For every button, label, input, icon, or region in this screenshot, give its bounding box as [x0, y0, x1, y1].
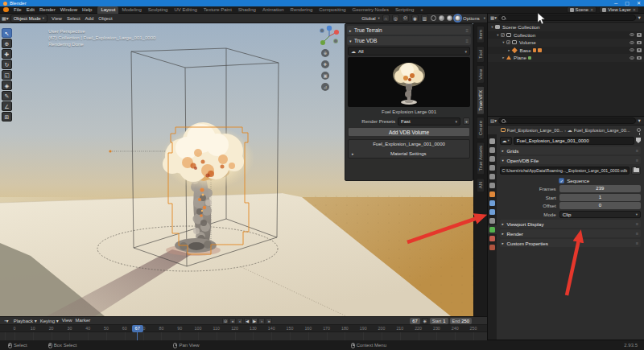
n-panel-tab-tool[interactable]: Tool — [477, 46, 485, 63]
hide-viewport-eye-icon[interactable] — [630, 33, 634, 36]
properties-editor-icon[interactable]: ▤▾ — [490, 118, 497, 123]
properties-tab-output[interactable] — [488, 154, 497, 163]
current-frame-field[interactable]: 67 — [410, 318, 419, 324]
disable-render-camera-icon[interactable] — [637, 56, 642, 60]
properties-tab-modifiers[interactable] — [488, 199, 497, 208]
viewport-menu-view[interactable]: View — [49, 16, 64, 21]
timeline-track[interactable] — [0, 332, 487, 340]
frame-start-field[interactable]: Start 1 — [430, 318, 448, 324]
play-reverse-button[interactable]: ◀ — [244, 318, 250, 324]
transform-orientation-dropdown[interactable]: Global — [361, 16, 375, 21]
fake-user-shield-icon[interactable] — [636, 138, 641, 143]
overlays-toggle-icon[interactable]: ◉ — [411, 14, 419, 22]
n-panel-tab-true-assets[interactable]: True Assets — [477, 142, 485, 175]
workspace-tab-geometry-nodes[interactable]: Geometry Nodes — [349, 6, 392, 14]
open-file-button[interactable] — [631, 167, 641, 175]
outliner-row-scene-collection[interactable]: ▾Scene Collection — [488, 23, 644, 31]
disable-render-camera-icon[interactable] — [637, 33, 642, 37]
mode-dropdown[interactable]: Clip ▾ — [559, 211, 641, 218]
maximize-button[interactable]: ▢ — [625, 0, 630, 6]
shading-wireframe-icon[interactable] — [431, 15, 436, 21]
workspace-tab-modeling[interactable]: Modeling — [118, 6, 144, 14]
outliner-row-collection[interactable]: ▾✓Collection — [488, 31, 644, 39]
next-keyframe-button[interactable]: › — [258, 318, 265, 324]
frame-end-field[interactable]: End 250 — [450, 318, 472, 324]
workspace-tab-rendering[interactable]: Rendering — [287, 6, 316, 14]
annotate-tool[interactable]: ✎ — [2, 91, 12, 101]
snap-magnet-icon[interactable]: ∩ — [382, 14, 390, 22]
breadcrumb-data[interactable]: Fuel_Explosion_Large_00... — [574, 128, 630, 133]
n-panel-tab-create[interactable]: Create — [477, 117, 485, 139]
menu-render[interactable]: Render — [37, 6, 58, 14]
keying-set-icon[interactable]: ◈ — [422, 318, 428, 324]
workspace-tab-texture-paint[interactable]: Texture Paint — [200, 6, 235, 14]
workspace-tab-sculpting[interactable]: Sculpting — [145, 6, 171, 14]
hide-viewport-eye-icon[interactable] — [630, 48, 634, 51]
viewport-menu-select[interactable]: Select — [64, 16, 83, 21]
render-preset-dropdown[interactable]: Fast ▾ — [398, 117, 460, 126]
menu-edit[interactable]: Edit — [24, 6, 37, 14]
gizmos-toggle-icon[interactable]: ⛭ — [402, 14, 409, 22]
collection-checkbox[interactable]: ✓ — [501, 33, 505, 37]
breadcrumb-object[interactable]: Fuel_Explosion_Large_00... — [507, 128, 564, 133]
expand-arrow-icon[interactable]: ▸ — [501, 56, 506, 60]
playhead-frame-indicator[interactable]: 67 — [132, 325, 143, 332]
move-tool[interactable]: ✚ — [2, 49, 12, 59]
workspace-tab-+[interactable]: + — [417, 6, 427, 14]
frames-value-field[interactable]: 239 — [559, 185, 641, 192]
n-panel-tab-item[interactable]: Item — [477, 26, 485, 43]
view-layer-selector[interactable]: View Layer ✕ — [599, 6, 639, 13]
jump-to-start-button[interactable]: « — [229, 318, 236, 324]
vdb-category-dropdown[interactable]: ☁ All ▾ — [348, 47, 470, 56]
properties-tab-scene[interactable] — [488, 172, 497, 181]
proportional-edit-icon[interactable]: ◎ — [392, 14, 399, 22]
render-panel-header[interactable]: ▸Render ≡ — [500, 229, 641, 237]
material-settings-header[interactable]: ▸ Material Settings — [349, 149, 469, 158]
mode-dropdown[interactable]: Object Mode ▾ — [10, 14, 47, 23]
custom-properties-panel-header[interactable]: ▸Custom Properties ≡ — [500, 239, 641, 247]
timeline-menu-view[interactable]: View — [60, 318, 74, 323]
workspace-tab-animation[interactable]: Animation — [259, 6, 287, 14]
hide-viewport-eye-icon[interactable] — [630, 56, 634, 60]
scene-selector[interactable]: Scene ✕ — [567, 6, 597, 13]
vdb-preview-image[interactable] — [348, 57, 470, 107]
n-panel-tab-view[interactable]: View — [477, 65, 485, 84]
transform-tool[interactable]: ◈ — [2, 80, 12, 90]
properties-tab-physics[interactable] — [488, 208, 497, 216]
cursor-tool[interactable]: ⊕ — [2, 39, 12, 48]
xray-toggle-icon[interactable]: ▥ — [421, 14, 428, 22]
properties-tab-render[interactable] — [488, 146, 497, 154]
outliner-row-volume[interactable]: ▾✓Volume — [488, 39, 644, 47]
workspace-tab-shading[interactable]: Shading — [235, 6, 259, 14]
properties-tab-object-data[interactable] — [488, 225, 497, 234]
filter-icon[interactable]: ▼ — [638, 15, 642, 20]
shading-rendered-icon[interactable] — [455, 15, 460, 21]
rotate-tool[interactable]: ↻ — [2, 60, 12, 69]
play-button[interactable]: ▶ — [251, 318, 258, 324]
disable-render-camera-icon[interactable] — [637, 48, 642, 52]
timeline-ruler[interactable]: 0102030405060708090100110120130140150160… — [0, 325, 487, 332]
grids-panel-header[interactable]: ▸Grids ≡ — [500, 146, 641, 154]
menu-help[interactable]: Help — [80, 6, 94, 14]
true-terrain-panel-header[interactable]: ▸ True Terrain ≡ — [347, 26, 471, 35]
workspace-tab-scripting[interactable]: Scripting — [392, 6, 417, 14]
move-view-button[interactable]: ✚ — [321, 60, 329, 68]
collection-checkbox[interactable]: ✓ — [506, 40, 510, 44]
minimize-button[interactable]: ─ — [614, 0, 617, 6]
sequence-checkbox[interactable]: ✓ — [559, 178, 564, 183]
properties-tab-world[interactable] — [488, 181, 497, 190]
offset-value-field[interactable]: 0 — [559, 202, 641, 209]
n-panel-tab-true-vfx[interactable]: True-VFX — [477, 86, 485, 115]
outliner-display-mode-icon[interactable]: ▦▾ — [490, 15, 497, 20]
expand-arrow-icon[interactable]: ▾ — [501, 40, 506, 44]
outliner-search-input[interactable] — [498, 14, 636, 21]
menu-window[interactable]: Window — [58, 6, 80, 14]
expand-arrow-icon[interactable]: ▾ — [495, 33, 501, 37]
properties-search-input[interactable] — [498, 117, 636, 124]
volume-datablock-name[interactable]: Fuel_Explosion_Large_001_0000 — [514, 137, 634, 145]
editor-type-icon[interactable]: ▦▾ — [2, 15, 9, 21]
viewport-menu-add[interactable]: Add — [83, 16, 97, 21]
add-vdb-volume-button[interactable]: Add VDB Volume — [348, 127, 470, 137]
pin-icon[interactable] — [637, 128, 641, 132]
auto-key-button[interactable]: ⊙ — [222, 318, 229, 324]
